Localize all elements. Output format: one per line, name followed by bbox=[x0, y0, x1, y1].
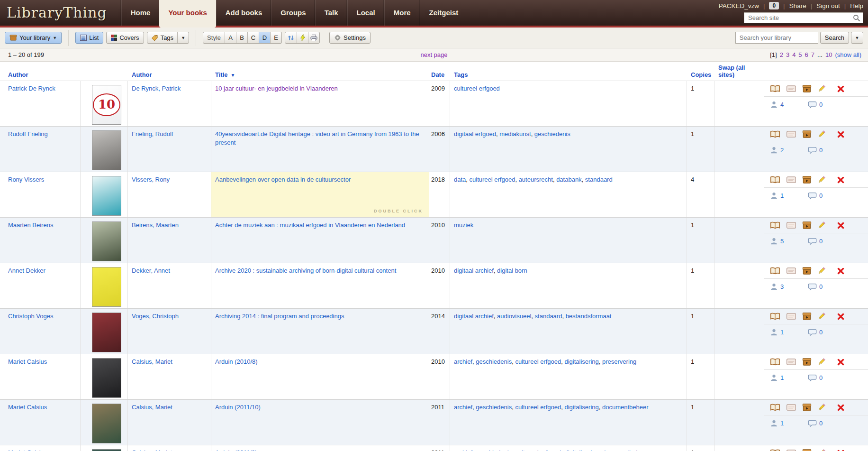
delete-x-icon[interactable] bbox=[837, 222, 844, 229]
print-button[interactable] bbox=[308, 32, 319, 43]
members-count-link[interactable]: 1 bbox=[780, 419, 784, 428]
sign-out-link[interactable]: Sign out bbox=[816, 2, 840, 9]
library-search-input[interactable] bbox=[735, 32, 818, 44]
nav-item-more[interactable]: More bbox=[384, 0, 420, 26]
delete-x-icon[interactable] bbox=[837, 313, 844, 320]
title-link[interactable]: Archiving 2014 : final program and proce… bbox=[215, 313, 344, 320]
author-sort-link[interactable]: Beirens, Maarten bbox=[132, 221, 179, 229]
date-cell[interactable]: 2018 bbox=[429, 172, 450, 217]
members-count-link[interactable]: 1 bbox=[780, 374, 784, 382]
share-link[interactable]: Share bbox=[789, 2, 806, 9]
edit-pencil-icon[interactable] bbox=[817, 358, 826, 366]
edit-pencil-icon[interactable] bbox=[817, 221, 826, 230]
title-cell[interactable]: Arduin (2011/10) bbox=[211, 400, 429, 445]
author-sort-link[interactable]: Calsius, Mariet bbox=[132, 358, 172, 365]
book-info-icon[interactable] bbox=[770, 85, 780, 93]
tag-link[interactable]: archief bbox=[454, 449, 472, 451]
author-sort-link[interactable]: Calsius, Mariet bbox=[132, 404, 172, 411]
header-title[interactable]: Title▼ bbox=[211, 71, 429, 78]
collections-box-icon[interactable] bbox=[802, 449, 812, 451]
delete-x-icon[interactable] bbox=[837, 404, 844, 411]
tag-link[interactable]: geschiedenis bbox=[476, 449, 512, 451]
search-options-button[interactable]: ▼ bbox=[851, 32, 863, 44]
date-cell[interactable]: 2014 bbox=[429, 309, 450, 354]
delete-x-icon[interactable] bbox=[837, 450, 844, 451]
tag-link[interactable]: digitalisering bbox=[564, 404, 598, 411]
delete-x-icon[interactable] bbox=[837, 131, 844, 138]
header-copies[interactable]: Copies bbox=[687, 71, 714, 78]
nav-item-groups[interactable]: Groups bbox=[271, 0, 315, 26]
title-cell[interactable]: 10 jaar cultuur- en jeugdbeleid in Vlaan… bbox=[211, 81, 429, 126]
copies-cell[interactable]: 1 bbox=[687, 445, 714, 451]
author-sort-link[interactable]: Vissers, Rony bbox=[132, 176, 170, 183]
inbox-count-badge[interactable]: 0 bbox=[769, 2, 779, 9]
book-cover[interactable] bbox=[92, 449, 121, 451]
title-link[interactable]: 40yearsvideoart.de Digital heritage : vi… bbox=[215, 130, 419, 146]
copies-cell[interactable]: 4 bbox=[687, 172, 714, 217]
book-cover[interactable]: 10 bbox=[92, 85, 121, 125]
title-cell[interactable]: Archiving 2014 : final program and proce… bbox=[211, 309, 429, 354]
username-link[interactable]: PACKED_vzw bbox=[719, 2, 759, 9]
delete-x-icon[interactable] bbox=[837, 267, 844, 275]
tag-link[interactable]: cultureel erfgoed bbox=[515, 404, 561, 411]
nav-item-local[interactable]: Local bbox=[347, 0, 384, 26]
edit-pencil-icon[interactable] bbox=[817, 403, 826, 412]
members-count-link[interactable]: 5 bbox=[780, 237, 784, 246]
collections-box-icon[interactable] bbox=[802, 175, 812, 184]
tag-link[interactable]: digitaal archief bbox=[454, 267, 494, 274]
author-sort-link[interactable]: Dekker, Annet bbox=[132, 267, 170, 274]
book-info-icon[interactable] bbox=[770, 358, 780, 366]
comments-count-link[interactable]: 0 bbox=[819, 192, 823, 200]
style-c-button[interactable]: C bbox=[247, 32, 259, 43]
book-cover[interactable] bbox=[92, 130, 121, 170]
title-link[interactable]: 10 jaar cultuur- en jeugdbeleid in Vlaan… bbox=[215, 85, 338, 92]
header-swap[interactable]: Swap (all sites) bbox=[714, 64, 764, 78]
book-cover[interactable] bbox=[92, 221, 121, 261]
collections-box-icon[interactable] bbox=[802, 267, 812, 275]
tag-link[interactable]: geschiedenis bbox=[476, 358, 512, 365]
tags-dropdown-button[interactable]: ▼ bbox=[177, 32, 189, 43]
author-sort-link[interactable]: Frieling, Rudolf bbox=[132, 130, 173, 138]
card-icon[interactable] bbox=[786, 267, 796, 275]
author-link[interactable]: Christoph Voges bbox=[8, 313, 53, 320]
copies-cell[interactable]: 1 bbox=[687, 127, 714, 172]
copies-cell[interactable]: 1 bbox=[687, 81, 714, 126]
collections-box-icon[interactable] bbox=[802, 403, 812, 412]
date-cell[interactable]: 2009 bbox=[429, 81, 450, 126]
title-cell[interactable]: Arduin (2010/8) bbox=[211, 354, 429, 399]
tag-link[interactable]: databank bbox=[556, 176, 582, 183]
title-cell[interactable]: Achter de muziek aan : muzikaal erfgoed … bbox=[211, 218, 429, 263]
comments-count-link[interactable]: 0 bbox=[819, 146, 823, 155]
delete-x-icon[interactable] bbox=[837, 359, 844, 366]
tag-link[interactable]: digitalisering bbox=[564, 449, 598, 451]
title-link[interactable]: Aanbevelingen over open data in de cultu… bbox=[215, 176, 351, 183]
book-info-icon[interactable] bbox=[770, 267, 780, 275]
author-link[interactable]: Annet Dekker bbox=[8, 267, 45, 274]
members-count-link[interactable]: 3 bbox=[780, 283, 784, 291]
members-count-link[interactable]: 2 bbox=[780, 146, 784, 155]
card-icon[interactable] bbox=[786, 358, 796, 366]
card-icon[interactable] bbox=[786, 404, 796, 411]
book-cover[interactable] bbox=[92, 358, 121, 398]
author-link[interactable]: Mariet Calsius bbox=[8, 358, 47, 365]
tag-link[interactable]: documentbeheer bbox=[602, 404, 649, 411]
style-a-button[interactable]: A bbox=[225, 32, 236, 43]
tag-link[interactable]: geschiedenis bbox=[534, 130, 570, 138]
tag-link[interactable]: cultureel erfgoed bbox=[454, 85, 500, 92]
title-cell[interactable]: Arduin (2011/9) bbox=[211, 445, 429, 451]
book-info-icon[interactable] bbox=[770, 176, 780, 184]
book-cover[interactable] bbox=[92, 313, 121, 352]
card-icon[interactable] bbox=[786, 221, 796, 229]
tag-link[interactable]: cultureel erfgoed bbox=[515, 358, 561, 365]
author-link[interactable]: Mariet Calsius bbox=[8, 449, 47, 451]
search-icon[interactable] bbox=[853, 14, 860, 22]
header-tags[interactable]: Tags bbox=[450, 71, 687, 78]
next-page-link[interactable]: next page bbox=[420, 51, 447, 58]
tag-link[interactable]: documentbeheer bbox=[602, 449, 649, 451]
copies-cell[interactable]: 1 bbox=[687, 263, 714, 308]
tag-link[interactable]: auteursrecht bbox=[519, 176, 553, 183]
comments-count-link[interactable]: 0 bbox=[819, 101, 823, 109]
power-edit-button[interactable] bbox=[297, 32, 308, 43]
book-cover[interactable] bbox=[92, 176, 121, 216]
members-count-link[interactable]: 4 bbox=[780, 101, 784, 109]
